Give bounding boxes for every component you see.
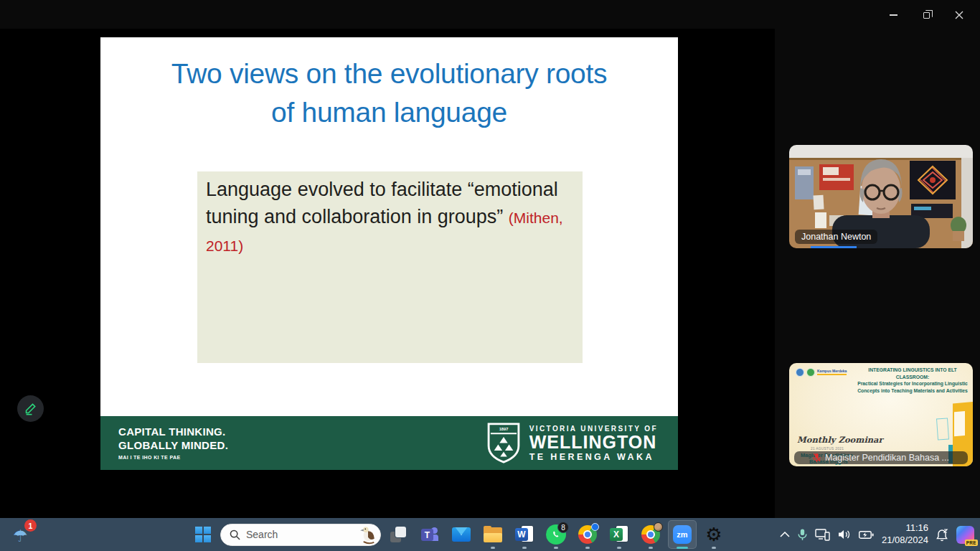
taskbar-icon-chrome-profile[interactable] (636, 520, 665, 549)
decor-door-panel (954, 411, 965, 436)
start-button[interactable] (189, 520, 217, 549)
host-name-text: Magister Pendidikan Bahasa ... (825, 453, 949, 463)
folder-icon (484, 527, 502, 542)
footer-tagline-line1: CAPITAL THINKING. (118, 425, 228, 439)
presentation-slide: Two views on the evolutionary roots of h… (100, 37, 678, 470)
webinar-heading-line1: INTEGRATING LINGUISTICS INTO ELT CLASSRO… (856, 367, 969, 380)
restore-icon (923, 12, 930, 19)
svg-text:1897: 1897 (499, 427, 508, 431)
taskbar-center: T W 8 (189, 520, 728, 549)
footer-tagline: CAPITAL THINKING. GLOBALLY MINDED. MAI I… (118, 425, 228, 460)
taskbar-icon-teams[interactable]: T (415, 520, 444, 549)
bell-dnd-icon (936, 528, 948, 542)
university-name-block: VICTORIA UNIVERSITY OF WELLINGTON TE HER… (529, 425, 658, 462)
whatsapp-icon: 8 (546, 524, 566, 545)
minimize-icon (890, 14, 897, 16)
microphone-icon (798, 529, 807, 541)
tray-battery-button[interactable] (859, 530, 874, 540)
slide-title-line1: Two views on the evolutionary roots (100, 55, 678, 93)
kampus-merdeka-logo: Kampus Merdeka (817, 369, 847, 376)
video-tile-speaker[interactable]: Jonathan Newton (789, 145, 973, 248)
event-title: Monthly Zoominar (797, 435, 883, 445)
taskbar-icon-word[interactable]: W (510, 520, 539, 549)
university-shield-icon: 1897 (486, 423, 521, 463)
university-line3: TE HERENGA WAKA (529, 452, 658, 462)
mail-icon (452, 527, 471, 542)
tray-chevron-button[interactable] (780, 532, 790, 537)
taskbar-clock[interactable]: 11:16 21/08/2024 (882, 522, 928, 547)
slide-title-line2: of human language (100, 93, 678, 132)
clock-time: 11:16 (882, 522, 928, 534)
profile-avatar (654, 522, 663, 532)
university-logo-block: 1897 VICTORIA UNIVERSITY OF WELLINGTON T… (486, 423, 658, 463)
close-icon (955, 11, 963, 19)
whatsapp-badge: 8 (557, 522, 569, 533)
zoom-icon: zm (673, 525, 692, 544)
chevron-up-icon (780, 532, 790, 537)
organization-logo-icon (796, 368, 804, 377)
taskbar-icon-zoom[interactable]: zm (668, 520, 697, 549)
host-logos: Kampus Merdeka (796, 368, 847, 377)
video-tile-host[interactable]: Kampus Merdeka INTEGRATING LINGUISTICS I… (789, 363, 973, 466)
notification-bell-button[interactable] (936, 528, 948, 542)
taskbar-icon-whatsapp[interactable]: 8 (542, 520, 570, 549)
participant-name-label: Jonathan Newton (795, 230, 877, 244)
annotate-button[interactable] (17, 395, 44, 422)
windows-logo-icon (195, 527, 211, 542)
taskbar-icon-mail[interactable] (447, 520, 476, 549)
quote-body: Language evolved to facilitate “emotiona… (206, 179, 558, 227)
task-view-icon (390, 527, 406, 542)
university-line2: WELLINGTON (529, 433, 658, 452)
event-date: 21 AGUSTUS 2021 (811, 447, 844, 451)
screen-share-area: Two views on the evolutionary roots of h… (0, 29, 775, 518)
close-button[interactable] (943, 4, 976, 26)
decor-outline-rect (936, 418, 949, 440)
widgets-button[interactable]: ☂ 1 (9, 521, 42, 550)
quote-box: Language evolved to facilitate “emotiona… (197, 171, 583, 363)
running-indicator (522, 547, 527, 549)
footer-tagline-line2: GLOBALLY MINDED. (118, 439, 228, 453)
tray-volume-button[interactable] (838, 529, 851, 540)
slide-footer: CAPITAL THINKING. GLOBALLY MINDED. MAI I… (100, 416, 678, 470)
teams-icon: T (421, 526, 438, 543)
muted-mic-icon (813, 453, 821, 463)
minimize-button[interactable] (877, 4, 910, 26)
clock-date: 21/08/2024 (882, 534, 928, 547)
chrome-icon (578, 525, 597, 544)
taskbar-icon-settings[interactable]: ⚙ (699, 520, 728, 549)
campus-logo-icon (806, 368, 815, 377)
pencil-icon (24, 402, 37, 415)
word-icon: W (515, 526, 534, 543)
footer-tagline-maori: MAI I TE IHO KI TE PAE (118, 455, 228, 460)
restore-button[interactable] (910, 4, 943, 26)
taskbar-search[interactable] (220, 524, 381, 546)
active-app-indicator (677, 547, 688, 549)
tray-cast-button[interactable] (815, 529, 830, 541)
running-indicator (554, 547, 558, 549)
taskbar-icon-excel[interactable]: X (605, 520, 633, 549)
excel-icon: X (610, 526, 628, 543)
search-input[interactable] (246, 529, 347, 540)
quote-text: Language evolved to facilitate “emotiona… (206, 176, 574, 258)
cast-display-icon (815, 529, 830, 541)
battery-charging-icon (859, 530, 874, 540)
taskbar-icon-file-explorer[interactable] (479, 520, 507, 549)
taskbar-icon-chrome[interactable] (573, 520, 602, 549)
running-indicator (617, 547, 621, 549)
tray-microphone-button[interactable] (798, 529, 807, 541)
university-line1: VICTORIA UNIVERSITY OF (529, 425, 658, 433)
search-icon (230, 529, 240, 540)
participant-name-label: Magister Pendidikan Bahasa ... (794, 451, 968, 464)
slide-title: Two views on the evolutionary roots of h… (100, 55, 678, 132)
taskbar: ☂ 1 (0, 518, 980, 551)
running-indicator (491, 547, 495, 549)
copilot-button[interactable]: PRE (956, 526, 974, 544)
task-view-button[interactable] (384, 520, 413, 549)
webinar-heading: INTEGRATING LINGUISTICS INTO ELT CLASSRO… (856, 367, 969, 394)
system-tray: 11:16 21/08/2024 PRE (780, 518, 974, 551)
copilot-pre-badge: PRE (965, 540, 978, 546)
webinar-heading-line3: Concepts into Teaching Materials and Act… (856, 387, 969, 395)
active-speaker-indicator (811, 246, 857, 248)
running-indicator (712, 547, 716, 549)
chrome-profile-icon (641, 525, 660, 544)
